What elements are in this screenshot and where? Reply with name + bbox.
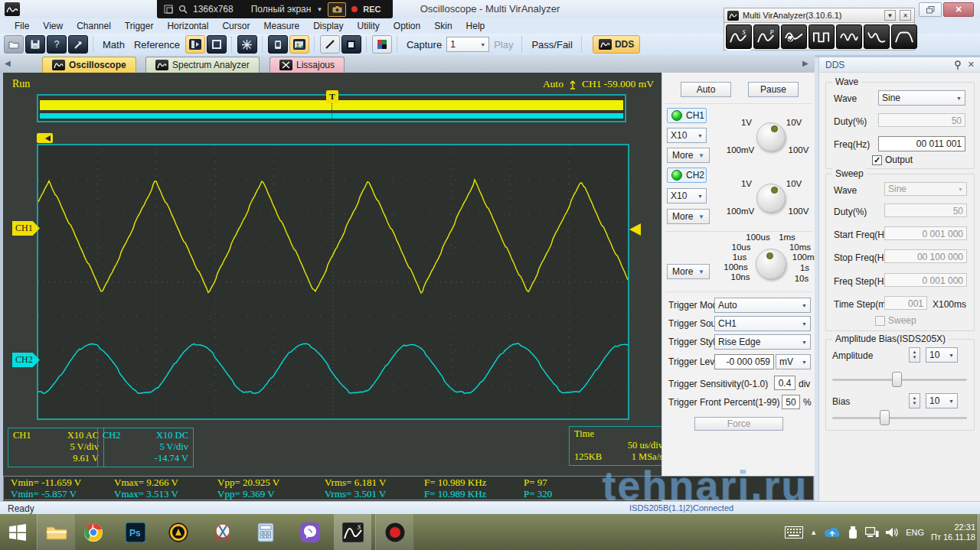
menu-skin[interactable]: Skin [427,21,459,31]
utility-tool-button[interactable] [68,35,88,54]
ch2-attenuation-select[interactable]: X10▼ [667,188,707,203]
ch1-attenuation-select[interactable]: X10▼ [667,128,707,143]
trigger-source-select[interactable]: CH1▼ [714,316,811,331]
trigger-time-marker[interactable]: T [326,90,338,103]
save-button[interactable] [25,35,45,54]
tool-dual-pulse-button[interactable] [836,24,862,49]
dds-freq-input[interactable]: 00 011 001 [878,136,965,151]
sweep-duty-input[interactable]: 50 [884,203,967,217]
close-toolbar-icon[interactable]: ✕ [900,10,911,21]
taskbar-explorer-button[interactable] [37,514,76,550]
split-view-toggle-button[interactable] [185,35,205,54]
sweep-time-input[interactable]: 001 [884,296,927,310]
ch1-more-button[interactable]: More▼ [667,148,710,163]
trigger-level-unit-select[interactable]: mV▼ [776,354,811,369]
amplitude-slider[interactable] [832,372,967,387]
trigger-style-select[interactable]: Rise Edge▼ [714,334,811,350]
tab-oscilloscope[interactable]: Oscilloscope [42,57,136,73]
show-desktop-button[interactable] [976,514,980,550]
volume-icon[interactable] [886,527,899,538]
menu-horizontal[interactable]: Horizontal [160,21,215,31]
tabs-scroll-right-icon[interactable]: ▶ [802,59,808,67]
timebase-knob[interactable] [756,249,786,279]
close-window-button[interactable]: ✕ [943,2,974,17]
menu-file[interactable]: File [8,21,36,31]
osd-dropdown-icon[interactable]: ▼ [316,6,322,13]
menu-utility[interactable]: Utility [351,21,387,31]
capture-count-select[interactable]: 1▼ [446,37,489,52]
osd-rec-button[interactable]: REC [363,5,381,14]
math-button[interactable]: Math [98,39,129,50]
tab-spectrum-analyzer[interactable]: Spectrum Analyzer [145,57,260,73]
menu-display[interactable]: Display [306,21,350,31]
menu-cursor[interactable]: Cursor [215,21,256,31]
reference-button[interactable]: Reference [129,39,185,50]
taskbar-recorder-button[interactable] [375,514,414,550]
shape-draw-button[interactable] [341,35,361,54]
tool-oscilloscope-button[interactable]: S [726,24,752,49]
bias-select[interactable]: 10▼ [926,393,958,408]
osd-mode[interactable]: Полный экран [251,4,312,15]
amplitude-select[interactable]: 10▼ [926,347,958,363]
dds-duty-input[interactable]: 50 [878,113,965,127]
menu-view[interactable]: View [36,21,70,31]
floating-toolbar-titlebar[interactable]: Multi VirAnalyzer(3.10.6.1) ▼ ✕ [724,8,915,23]
sweep-enable-checkbox[interactable]: Sweep [875,315,916,326]
osd-camera-button[interactable] [328,2,346,17]
force-trigger-button[interactable]: Force [694,417,783,431]
tray-expand-icon[interactable]: ▲ [810,529,817,536]
pause-button[interactable]: Pause [748,82,799,97]
tool-sweep-generator-button[interactable] [864,24,890,49]
menu-help[interactable]: Help [459,21,492,31]
time-more-button[interactable]: More▼ [667,264,710,279]
menu-trigger[interactable]: Trigger [118,21,161,31]
magnifier-icon[interactable] [178,5,188,14]
taskbar-photoshop-button[interactable]: Ps [116,514,154,550]
display-color-button[interactable] [372,35,392,54]
onedrive-icon[interactable] [824,527,841,538]
horizontal-trigger-flag[interactable] [37,133,53,143]
open-file-button[interactable] [4,35,24,54]
language-indicator[interactable]: ENG [906,528,924,537]
ch2-enable-button[interactable]: CH2 [667,168,707,183]
ch2-volts-knob[interactable] [756,184,786,213]
ch2-position-marker[interactable]: CH2 [12,353,40,367]
pass-fail-button[interactable]: Pass/Fail [527,39,577,50]
menu-option[interactable]: Option [387,21,427,31]
usb-device-icon[interactable] [848,526,858,539]
sweep-step-input[interactable]: 0 001 000 [884,273,967,287]
menu-channel[interactable]: Channel [70,21,118,31]
menu-measure[interactable]: Measure [256,21,306,31]
ch1-volts-knob[interactable] [756,122,786,151]
taskbar-viranalyzer-button[interactable]: S [334,514,371,550]
full-view-button[interactable] [207,35,227,54]
taskbar-aimp-button[interactable] [159,514,197,550]
taskbar-clock[interactable]: 22:31 Пт 16.11.18 [931,522,975,542]
sweep-stop-input[interactable]: 00 100 000 [884,249,967,263]
sweep-wave-select[interactable]: Sine▼ [884,182,967,196]
waveform-grid[interactable] [37,144,629,420]
screenshot-button[interactable] [289,35,309,54]
tab-lissajous[interactable]: Lissajous [270,57,345,73]
collapse-icon[interactable]: ▼ [884,10,896,21]
start-button[interactable] [0,514,35,550]
ch2-more-button[interactable]: More▼ [667,209,710,224]
pin-icon[interactable] [954,60,962,70]
bias-spinner[interactable]: ▲▼ [909,393,920,408]
dds-panel-header[interactable]: DDS ✕ [819,57,980,73]
line-draw-button[interactable] [320,35,340,54]
auto-button[interactable]: Auto [681,82,731,97]
tool-filter-pulse-button[interactable] [891,24,917,49]
trigger-front-input[interactable]: 50 [782,395,800,409]
dds-wave-select[interactable]: Sine▼ [878,90,965,106]
trigger-mode-select[interactable]: Auto▼ [714,298,811,313]
dds-close-icon[interactable]: ✕ [968,60,975,70]
taskbar-chrome-button[interactable] [74,514,112,550]
tabs-scroll-left-icon[interactable]: ◀ [5,59,11,67]
taskbar-snipping-button[interactable] [204,514,241,550]
play-button[interactable]: Play [489,39,518,50]
trigger-level-marker[interactable] [629,223,641,236]
taskbar-viber-button[interactable] [291,514,328,550]
dds-panel-toggle-button[interactable]: DDS [593,35,640,54]
amplitude-spinner[interactable]: ▲▼ [909,347,920,363]
